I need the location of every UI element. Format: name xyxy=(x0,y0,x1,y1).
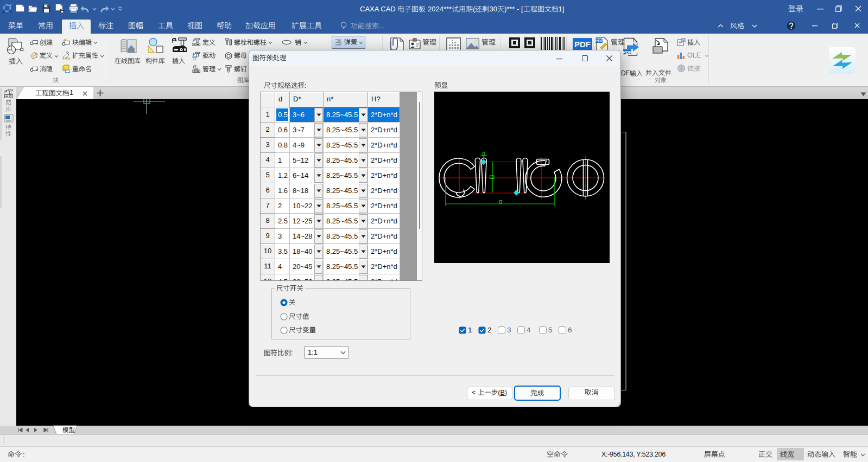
svg-text:PDF: PDF xyxy=(574,40,591,49)
svg-text:EX: EX xyxy=(66,56,71,60)
svg-text:PDF: PDF xyxy=(595,39,604,43)
svg-text:PDF: PDF xyxy=(623,50,632,55)
